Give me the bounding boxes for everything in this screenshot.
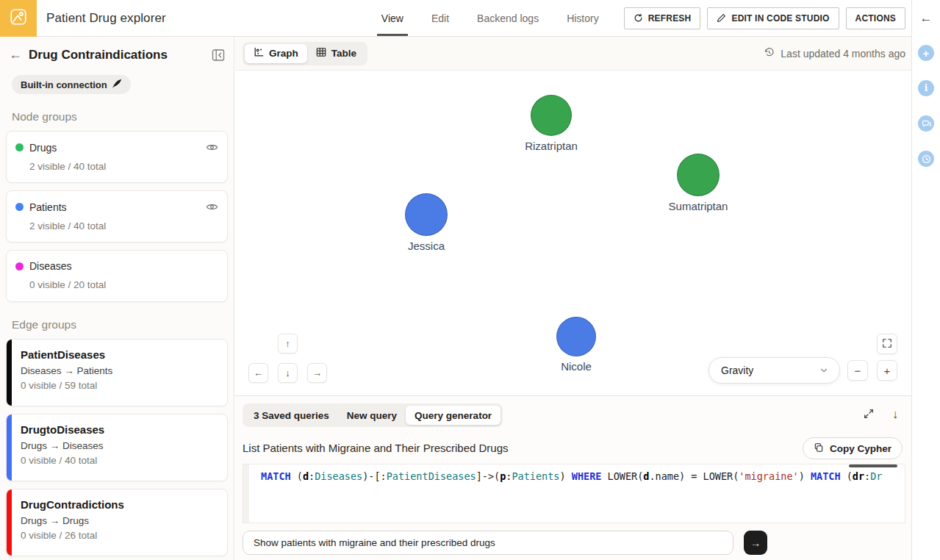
image-icon xyxy=(9,7,28,29)
history-clock-icon xyxy=(764,47,775,60)
tab-query-generator[interactable]: Query generator xyxy=(406,406,501,425)
back-arrow-icon[interactable]: ← xyxy=(9,47,22,62)
natural-language-query-input[interactable] xyxy=(243,531,733,555)
cypher-token: Patients xyxy=(512,470,559,482)
node-group-card-drugs[interactable]: Drugs 2 visible / 40 total xyxy=(6,131,228,183)
app-logo[interactable] xyxy=(0,0,37,37)
edge-group-card-patientdiseases[interactable]: PatientDiseases Diseases → Patients 0 vi… xyxy=(6,339,228,406)
zoom-out-button[interactable]: − xyxy=(847,360,868,381)
query-panel: 3 Saved queries New query Query generato… xyxy=(235,395,911,560)
copy-icon xyxy=(814,442,824,455)
edge-color-bar xyxy=(7,489,12,556)
tab-edit[interactable]: Edit xyxy=(431,0,449,36)
graph-node-label: Sumatriptan xyxy=(669,200,728,212)
edge-color-bar xyxy=(7,414,12,481)
layout-select[interactable]: Gravity xyxy=(708,357,840,384)
expand-panel-icon[interactable] xyxy=(863,408,875,421)
cypher-token: : xyxy=(309,470,315,482)
header-tabs: View Edit Backend logs History xyxy=(381,0,599,36)
graph-node-jessica[interactable] xyxy=(405,193,448,236)
sidebar-title: Drug Contraindications xyxy=(29,48,168,62)
tab-new-query[interactable]: New query xyxy=(338,406,406,425)
eye-icon[interactable] xyxy=(206,201,218,213)
cypher-token: MATCH xyxy=(811,470,841,482)
cypher-code-editor[interactable]: MATCH (d:Diseases)-[:PatientDiseases]->(… xyxy=(243,464,905,523)
history-icon[interactable] xyxy=(918,151,934,167)
cypher-token: d xyxy=(303,470,309,482)
copy-cypher-button[interactable]: Copy Cypher xyxy=(803,437,903,459)
graph-node-sumatriptan[interactable] xyxy=(677,154,720,196)
eye-icon[interactable] xyxy=(206,141,218,154)
cypher-token: Dr xyxy=(870,470,882,482)
pan-up-button[interactable]: ↑ xyxy=(278,334,298,353)
graph-node-nicole[interactable] xyxy=(556,317,596,356)
table-icon xyxy=(316,47,326,60)
refresh-icon xyxy=(634,13,643,23)
graph-node-label: Jessica xyxy=(408,240,445,252)
info-icon[interactable]: i xyxy=(918,80,934,96)
last-updated: Last updated 4 months ago xyxy=(764,47,905,60)
right-toolbar: ← + i xyxy=(911,0,940,560)
query-title: List Patients with Migraine and Their Pr… xyxy=(243,442,509,454)
collapse-right-arrow-icon[interactable]: ← xyxy=(920,11,933,26)
tab-backend-logs[interactable]: Backend logs xyxy=(477,0,539,36)
edge-group-card-drugcontradictions[interactable]: DrugContradictions Drugs → Drugs 0 visib… xyxy=(6,489,228,556)
tab-saved-queries[interactable]: 3 Saved queries xyxy=(245,406,338,425)
query-tabs: 3 Saved queries New query Query generato… xyxy=(243,403,503,427)
code-scrollbar[interactable] xyxy=(849,464,897,467)
cypher-token: dr xyxy=(853,470,864,482)
cypher-token: .name) = LOWER( xyxy=(649,470,739,482)
left-sidebar: ← Drug Contraindications Built-in connec… xyxy=(0,37,234,560)
edge-groups-label: Edge groups xyxy=(12,318,234,331)
refresh-button[interactable]: REFRESH xyxy=(624,7,701,29)
edge-group-card-drugtodiseases[interactable]: DrugtoDiseases Drugs → Diseases 0 visibl… xyxy=(6,414,228,481)
node-groups-label: Node groups xyxy=(12,110,234,123)
table-view-button[interactable]: Table xyxy=(307,44,365,63)
send-query-button[interactable]: → xyxy=(744,531,767,555)
drugs-color-dot xyxy=(15,143,24,151)
node-group-card-patients[interactable]: Patients 2 visible / 40 total xyxy=(6,190,228,243)
graph-node-label: Rizatriptan xyxy=(525,140,578,152)
patients-color-dot xyxy=(15,203,24,211)
cypher-token: ) xyxy=(799,470,811,482)
cypher-token: ( xyxy=(841,470,853,482)
cypher-token: WHERE xyxy=(572,470,602,482)
graph-node-label: Nicole xyxy=(561,360,592,373)
diseases-color-dot xyxy=(15,262,24,270)
send-arrow-icon: → xyxy=(750,536,761,549)
main-area: Graph Table xyxy=(235,37,911,560)
zoom-in-button[interactable]: + xyxy=(877,360,897,381)
graph-toolbar: Graph Table xyxy=(235,37,911,71)
cypher-token: 'migraine' xyxy=(739,470,798,482)
sidebar-header: ← Drug Contraindications xyxy=(0,37,234,62)
cypher-code-line: MATCH (d:Diseases)-[:PatientDiseases]->(… xyxy=(261,470,882,483)
connection-badge[interactable]: Built-in connection xyxy=(12,75,131,94)
header-buttons: REFRESH EDIT IN CODE STUDIO ACTIONS xyxy=(624,7,905,29)
collapse-panel-icon[interactable] xyxy=(212,49,225,62)
cypher-token: ) xyxy=(559,470,571,482)
expand-icon xyxy=(882,338,892,351)
pan-left-button[interactable]: ← xyxy=(248,363,268,383)
add-icon[interactable]: + xyxy=(918,45,934,61)
tab-view[interactable]: View xyxy=(381,0,403,36)
node-group-card-diseases[interactable]: Diseases 0 visible / 20 total xyxy=(6,250,228,302)
edit-in-code-studio-button[interactable]: EDIT IN CODE STUDIO xyxy=(707,7,839,29)
graph-view-button[interactable]: Graph xyxy=(245,44,307,63)
top-header: Patient Drug explorer View Edit Backend … xyxy=(0,0,911,37)
graph-node-rizatriptan[interactable] xyxy=(531,95,572,136)
collapse-panel-down-icon[interactable]: ↓ xyxy=(892,408,898,421)
actions-button[interactable]: ACTIONS xyxy=(846,7,905,29)
fullscreen-button[interactable] xyxy=(877,334,897,354)
view-toggle: Graph Table xyxy=(243,42,367,65)
cypher-token: PatientDiseases xyxy=(387,470,476,482)
pan-right-button[interactable]: → xyxy=(307,363,327,383)
quill-icon xyxy=(112,79,122,90)
cypher-token: : xyxy=(864,470,870,482)
tab-history[interactable]: History xyxy=(567,0,599,36)
pan-down-button[interactable]: ↓ xyxy=(278,363,298,383)
graph-canvas[interactable]: ↑ ← ↓ → Gravity − xyxy=(235,71,911,395)
pencil-icon xyxy=(717,13,726,23)
app-title: Patient Drug explorer xyxy=(46,11,166,26)
chat-icon[interactable] xyxy=(918,115,934,132)
edge-color-bar xyxy=(7,340,12,406)
